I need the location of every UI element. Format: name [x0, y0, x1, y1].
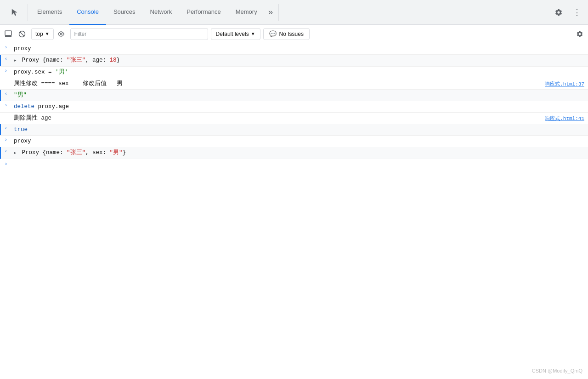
issues-label: No Issues: [279, 31, 304, 37]
row-arrow-right-9[interactable]: ›: [0, 136, 12, 143]
row-content-5: "男": [12, 90, 588, 101]
console-toolbar: top ▼ Default levels ▼ 💬 No Issues: [0, 25, 588, 43]
console-row-5: ‹ "男": [0, 90, 588, 101]
levels-arrow-icon: ▼: [251, 31, 255, 36]
row-content-6: delete proxy.age: [12, 101, 588, 112]
tab-performance[interactable]: Performance: [179, 0, 228, 25]
row-content-9: proxy: [12, 136, 588, 147]
svg-line-3: [20, 32, 24, 36]
row-arrow-left-5: ‹: [0, 90, 12, 97]
console-row-1: › proxy: [0, 43, 588, 55]
row-content-7: 删除属性 age: [12, 113, 541, 124]
console-row-6: › delete proxy.age: [0, 101, 588, 113]
row-arrow-right-6[interactable]: ›: [0, 101, 12, 108]
row-arrow-none-7: [0, 113, 12, 115]
row-arrow-left-2: ‹: [0, 55, 12, 62]
eye-toggle-button[interactable]: [55, 28, 68, 40]
row-arrow-right-3[interactable]: ›: [0, 67, 12, 74]
row-content-1: proxy: [12, 43, 588, 54]
clear-console-button[interactable]: [16, 28, 28, 40]
watermark: CSDN @Modify_QmQ: [532, 368, 582, 373]
context-dropdown-icon: ▼: [45, 31, 50, 36]
context-value: top: [35, 31, 43, 37]
tab-elements[interactable]: Elements: [30, 0, 69, 25]
cursor-area: [4, 8, 26, 17]
tab-network[interactable]: Network: [143, 0, 180, 25]
row-content-4: 属性修改 ==== sex 修改后值 男: [12, 78, 541, 89]
issues-chat-icon: 💬: [269, 30, 277, 37]
more-options-icon[interactable]: ⋮: [570, 5, 584, 20]
levels-dropdown[interactable]: Default levels ▼: [211, 28, 260, 40]
svg-rect-1: [5, 35, 11, 37]
row-content-3: proxy.sex = '男': [12, 67, 588, 78]
drawer-toggle-button[interactable]: [2, 28, 15, 40]
console-row-8: ‹ true: [0, 124, 588, 136]
console-row-9: › proxy: [0, 136, 588, 147]
console-row-7: 删除属性 age 响应式.html:41: [0, 113, 588, 124]
tab-sources[interactable]: Sources: [106, 0, 143, 25]
row-arrow-left-8: ‹: [0, 124, 12, 131]
row-arrow-none-4: [0, 78, 12, 80]
row-content-2: ▶ Proxy {name: "张三", age: 18}: [12, 55, 588, 66]
console-output: › proxy ‹ ▶ Proxy {name: "张三", age: 18} …: [0, 43, 588, 379]
expand-triangle-icon-2[interactable]: ▶: [14, 149, 18, 157]
tab-bar: Elements Console Sources Network Perform…: [0, 0, 588, 25]
row-content-10: ▶ Proxy {name: "张三", sex: "男"}: [12, 147, 588, 159]
tab-separator: [28, 4, 28, 21]
console-input-row: ›: [0, 159, 588, 170]
row-arrow-left-10: ‹: [0, 147, 12, 154]
levels-label: Default levels: [216, 31, 249, 37]
console-settings-icon[interactable]: [573, 28, 586, 40]
tab-console[interactable]: Console: [69, 0, 106, 25]
tab-more[interactable]: »: [265, 0, 277, 25]
row-input-caret[interactable]: ›: [0, 159, 12, 167]
filter-input[interactable]: [70, 28, 208, 40]
context-selector[interactable]: top ▼: [31, 28, 54, 40]
tab-separator-right: [278, 4, 279, 21]
row-source-4[interactable]: 响应式.html:37: [541, 78, 588, 89]
cursor-icon: [10, 8, 19, 17]
console-row-4: 属性修改 ==== sex 修改后值 男 响应式.html:37: [0, 78, 588, 90]
svg-rect-0: [5, 31, 11, 35]
console-row-2: ‹ ▶ Proxy {name: "张三", age: 18}: [0, 55, 588, 67]
row-source-7[interactable]: 响应式.html:41: [541, 113, 588, 124]
tab-bar-right: ⋮: [551, 5, 584, 20]
svg-point-4: [60, 33, 62, 35]
settings-icon[interactable]: [551, 5, 566, 20]
expand-triangle-icon[interactable]: ▶: [14, 57, 18, 65]
issues-button[interactable]: 💬 No Issues: [263, 28, 310, 40]
console-row-3: › proxy.sex = '男': [0, 67, 588, 78]
console-row-10: ‹ ▶ Proxy {name: "张三", sex: "男"}: [0, 147, 588, 159]
console-input-field[interactable]: [12, 159, 588, 170]
tab-memory[interactable]: Memory: [228, 0, 265, 25]
row-content-8: true: [12, 124, 588, 135]
row-arrow-right-1[interactable]: ›: [0, 43, 12, 50]
